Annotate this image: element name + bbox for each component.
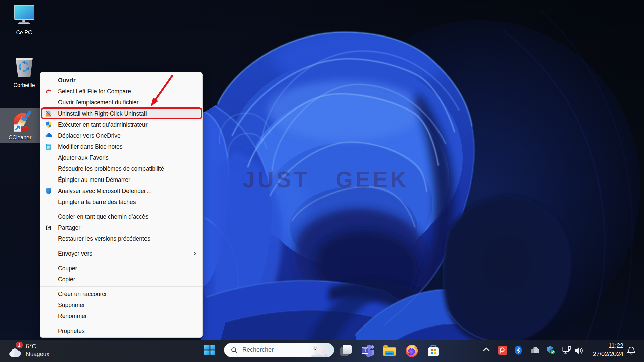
svg-text:1: 1 <box>18 342 21 348</box>
